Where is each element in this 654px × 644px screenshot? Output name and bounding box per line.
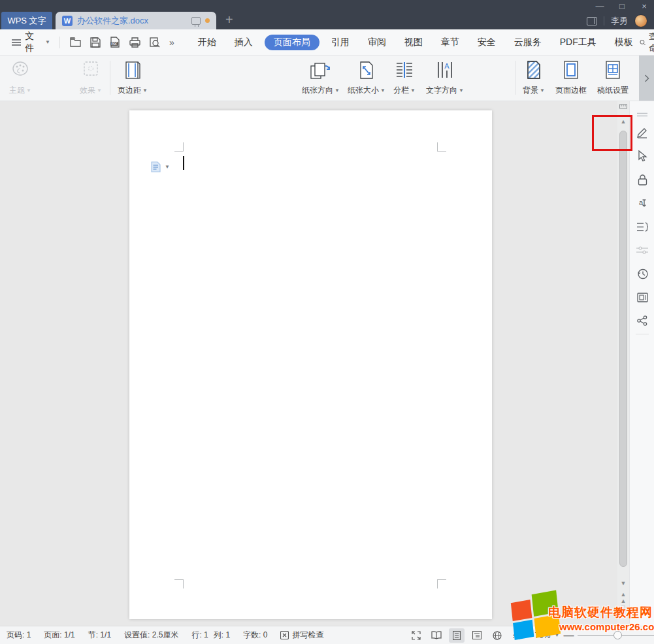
manuscript-setup-button[interactable]: 稿纸设置	[595, 59, 631, 97]
paper-size-icon	[358, 61, 375, 80]
tab-section[interactable]: 章节	[434, 35, 466, 50]
save-button[interactable]	[89, 35, 102, 50]
paper-size-button[interactable]: 纸张大小▼	[345, 59, 388, 97]
theme-effects-label: 效果	[80, 85, 95, 96]
document-assistant-icon	[150, 161, 161, 172]
web-layout-view-button[interactable]	[489, 628, 505, 643]
zoom-slider-track[interactable]	[578, 635, 654, 636]
spell-check-icon	[280, 631, 289, 639]
file-menu-button[interactable]: 文件 ▼	[12, 31, 50, 54]
menu-bar: 文件 ▼ PDF » 开始 插入 页面布局 引用 审阅 视图 章节 安全 云服务…	[0, 29, 654, 56]
tab-view[interactable]: 视图	[398, 35, 429, 50]
theme-effects-button[interactable]: 效果▼	[77, 59, 105, 97]
status-column[interactable]: 列: 1	[211, 630, 237, 641]
tab-cloud-service[interactable]: 云服务	[508, 35, 548, 50]
tab-security[interactable]: 安全	[471, 35, 502, 50]
tab-references[interactable]: 引用	[325, 35, 356, 50]
menubar-right-tools: 查找命令	[640, 31, 654, 54]
maximize-button[interactable]: □	[616, 1, 628, 11]
eye-protection-button[interactable]	[510, 628, 525, 643]
title-bar: WPS 文字 W 办公软件之家.docx + — □ × 李勇	[0, 0, 654, 29]
status-word-count[interactable]: 字数: 0	[237, 630, 274, 641]
hamburger-icon	[12, 39, 21, 46]
read-mode-button[interactable]	[429, 628, 444, 643]
ribbon-group-divider	[515, 61, 515, 95]
paragraph-layout-icon[interactable]	[634, 219, 650, 234]
zoom-level[interactable]: 70%	[534, 631, 550, 640]
svg-text:A: A	[444, 62, 450, 70]
status-section[interactable]: 节: 1/1	[82, 630, 118, 641]
scroll-down-arrow[interactable]: ▼	[617, 580, 629, 587]
print-button[interactable]	[128, 35, 141, 50]
scrollbar-thumb[interactable]	[619, 131, 627, 567]
paragraph-options-button[interactable]: ▼	[150, 161, 170, 172]
page-background-icon	[525, 61, 542, 79]
share-icon[interactable]	[634, 313, 650, 329]
task-pane-icon[interactable]	[634, 289, 650, 305]
vertical-scrollbar[interactable]: ▲ ▼ ▲▲ □	[617, 101, 629, 626]
open-file-button[interactable]	[69, 35, 82, 50]
previous-page-button[interactable]: ▲▲	[617, 591, 629, 604]
share-to-screen-icon[interactable]	[191, 17, 201, 25]
document-tab-title: 办公软件之家.docx	[77, 15, 187, 27]
minimize-button[interactable]: —	[594, 1, 606, 11]
status-row[interactable]: 行: 1	[185, 630, 210, 641]
scroll-up-arrow[interactable]: ▲	[617, 118, 629, 125]
theme-button[interactable]: 主题▼	[7, 59, 34, 97]
tab-templates[interactable]: 模板	[608, 35, 640, 50]
user-name[interactable]: 李勇	[611, 15, 628, 27]
margin-mark-top-right	[437, 142, 446, 152]
columns-icon	[395, 61, 414, 79]
sidebar-toggle-icon[interactable]	[587, 17, 597, 25]
zoom-dropdown-caret[interactable]: ▼	[554, 632, 559, 638]
tab-insert[interactable]: 插入	[228, 35, 259, 50]
zoom-out-button[interactable]: —	[563, 631, 574, 640]
text-cursor	[183, 156, 184, 170]
history-clock-icon[interactable]	[634, 266, 650, 282]
text-direction-button[interactable]: A 文字方向▼	[423, 59, 466, 97]
toolbar-divider	[59, 37, 60, 48]
lock-icon[interactable]	[634, 172, 650, 187]
print-preview-button[interactable]	[148, 35, 161, 50]
panel-drag-handle[interactable]	[634, 106, 650, 122]
export-pdf-button[interactable]: PDF	[108, 35, 122, 50]
close-button[interactable]: ×	[638, 1, 650, 11]
status-page-number[interactable]: 页码: 1	[0, 630, 37, 641]
new-tab-button[interactable]: +	[225, 13, 233, 26]
tab-page-layout[interactable]: 页面布局	[265, 35, 319, 50]
page-background-button[interactable]: 背景▼	[520, 59, 548, 97]
status-page-count[interactable]: 页面: 1/1	[37, 630, 81, 641]
paper-orientation-button[interactable]: 纸张方向▼	[299, 59, 342, 97]
columns-button[interactable]: 分栏▼	[391, 59, 418, 97]
translate-icon[interactable]: a	[634, 195, 650, 211]
user-avatar[interactable]	[634, 14, 647, 27]
right-side-panel: a	[629, 101, 654, 626]
document-page[interactable]: ▼	[129, 110, 492, 619]
page-border-button[interactable]: 页面边框	[553, 59, 589, 97]
select-cursor-icon[interactable]	[634, 148, 650, 164]
print-layout-view-button[interactable]	[449, 628, 465, 643]
select-browse-object-button[interactable]: □	[617, 604, 629, 610]
tab-pdf-tools[interactable]: PDF工具	[553, 35, 603, 50]
status-setting-value[interactable]: 设置值: 2.5厘米	[118, 630, 185, 641]
ribbon-scroll-right-button[interactable]	[639, 56, 654, 101]
fullscreen-view-button[interactable]	[408, 628, 424, 643]
more-tools-chevron[interactable]: »	[168, 37, 176, 48]
wps-writer-window: WPS 文字 W 办公软件之家.docx + — □ × 李勇 文件 ▼	[0, 0, 654, 644]
ruler-toggle-icon[interactable]	[617, 103, 629, 110]
page-margins-button[interactable]: 页边距▼	[115, 59, 150, 97]
spell-check-button[interactable]: 拼写检查	[274, 630, 330, 641]
find-command-button[interactable]: 查找命令	[640, 31, 654, 54]
zoom-slider-knob[interactable]	[613, 631, 622, 639]
adjust-sliders-icon[interactable]	[634, 242, 650, 258]
tab-review[interactable]: 审阅	[361, 35, 393, 50]
chevron-down-icon: ▼	[165, 164, 170, 170]
tab-home[interactable]: 开始	[191, 35, 223, 50]
document-canvas-area[interactable]: ▼	[0, 101, 618, 626]
text-direction-icon: A	[436, 61, 454, 79]
document-tab[interactable]: W 办公软件之家.docx	[56, 12, 216, 29]
outline-view-button[interactable]	[469, 628, 485, 643]
wps-app-button[interactable]: WPS 文字	[1, 12, 52, 29]
edit-pen-icon[interactable]	[634, 125, 650, 140]
columns-label: 分栏	[393, 85, 409, 96]
